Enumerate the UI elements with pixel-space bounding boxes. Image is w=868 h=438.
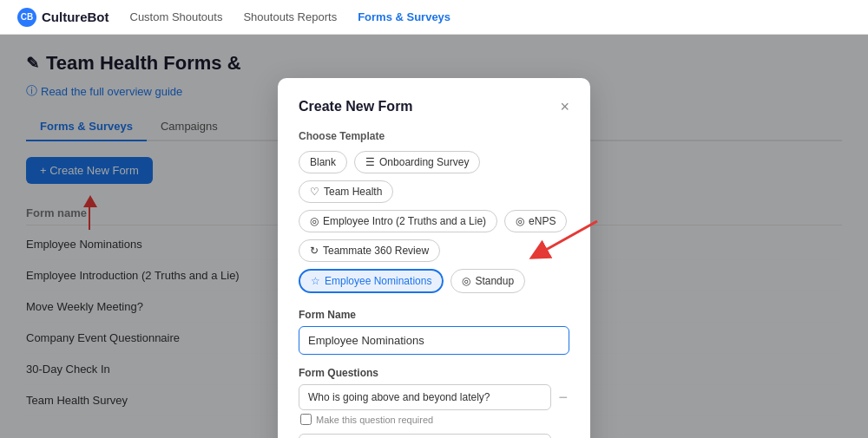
nominations-icon: ☆ (311, 275, 320, 287)
template-onboarding[interactable]: ☰ Onboarding Survey (354, 151, 480, 173)
question-row-1: − (299, 384, 569, 410)
template-blank[interactable]: Blank (299, 151, 347, 173)
brand-name: CultureBot (42, 10, 109, 24)
template-teammate-360[interactable]: ↻ Teammate 360 Review (299, 239, 440, 262)
form-name-label: Form Name (299, 309, 569, 321)
team-health-label: Team Health (324, 186, 382, 198)
modal-close-button[interactable]: × (560, 99, 569, 114)
standup-label: Standup (475, 275, 514, 287)
nav-forms-surveys[interactable]: Forms & Surveys (358, 10, 450, 23)
remove-question-1[interactable]: − (556, 389, 569, 405)
create-form-modal: Create New Form × Choose Template Blank … (278, 78, 590, 438)
team-health-icon: ♡ (310, 186, 319, 198)
modal-title: Create New Form (299, 99, 413, 114)
enps-label: eNPS (529, 215, 556, 227)
template-standup[interactable]: ◎ Standup (450, 269, 525, 293)
question-row-2: − (299, 434, 569, 438)
brand-icon: CB (17, 8, 36, 27)
required-check-1: Make this question required (300, 414, 569, 425)
brand-logo: CB CultureBot (17, 8, 109, 27)
form-name-input[interactable] (299, 326, 569, 355)
top-navigation: CB CultureBot Custom Shoutouts Shoutouts… (0, 0, 868, 35)
teammate-360-label: Teammate 360 Review (323, 245, 429, 257)
standup-icon: ◎ (462, 275, 470, 287)
enps-icon: ◎ (516, 215, 524, 227)
question-input-1[interactable] (299, 384, 551, 410)
nominations-label: Employee Nominations (325, 275, 431, 287)
nav-shoutouts-reports[interactable]: Shoutouts Reports (243, 10, 337, 23)
required-label-1: Make this question required (316, 415, 433, 425)
template-employee-intro[interactable]: ◎ Employee Intro (2 Truths and a Lie) (299, 210, 497, 232)
template-employee-nominations[interactable]: ☆ Employee Nominations (299, 269, 444, 293)
required-checkbox-1[interactable] (300, 414, 312, 425)
template-enps[interactable]: ◎ eNPS (504, 210, 567, 232)
onboarding-icon: ☰ (365, 156, 375, 168)
choose-template-label: Choose Template (299, 130, 569, 142)
employee-intro-label: Employee Intro (2 Truths and a Lie) (323, 215, 486, 227)
modal-header: Create New Form × (299, 99, 569, 114)
template-team-health[interactable]: ♡ Team Health (299, 180, 393, 203)
teammate-360-icon: ↻ (310, 245, 319, 257)
question-input-2[interactable] (299, 434, 551, 438)
main-content: ✎ Team Health Forms & ⓘ Read the full ov… (0, 35, 868, 438)
employee-intro-icon: ◎ (310, 215, 319, 227)
form-questions-label: Form Questions (299, 367, 569, 379)
template-grid: Blank ☰ Onboarding Survey ♡ Team Health … (299, 151, 569, 293)
nav-custom-shoutouts[interactable]: Custom Shoutouts (130, 10, 223, 23)
onboarding-label: Onboarding Survey (379, 156, 469, 168)
blank-label: Blank (310, 156, 336, 168)
